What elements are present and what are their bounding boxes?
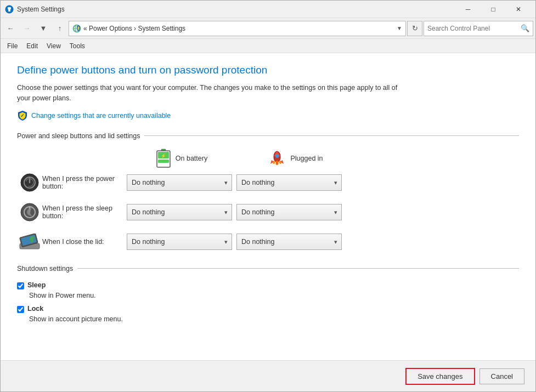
footer: Save changes Cancel <box>1 360 535 391</box>
settings-rows: When I press the power button: Do nothin… <box>17 171 519 254</box>
window-title: System Settings <box>17 5 455 13</box>
up-button[interactable]: ↑ <box>52 21 67 36</box>
sleep-button-label: When I press the sleep button: <box>42 204 127 220</box>
lock-checkbox-row: Lock <box>17 305 519 313</box>
sleep-button-battery-wrapper[interactable]: Do nothing Sleep Hibernate Shut down <box>127 204 232 220</box>
power-button-battery-select[interactable]: Do nothing Sleep Hibernate Shut down Tur… <box>127 174 232 191</box>
shield-icon: ✓ <box>17 110 28 121</box>
change-settings-link[interactable]: Change settings that are currently unava… <box>31 112 171 120</box>
power-button-dropdowns: Do nothing Sleep Hibernate Shut down Tur… <box>127 174 342 191</box>
back-button[interactable]: ← <box>3 21 18 36</box>
minimize-button[interactable]: ─ <box>455 1 481 18</box>
sleep-checkbox-desc: Show in Power menu. <box>29 292 519 299</box>
page-heading: Define power buttons and turn on passwor… <box>17 64 519 76</box>
search-icon-button[interactable]: 🔍 <box>521 24 529 32</box>
lid-plugged-wrapper[interactable]: Do nothing Sleep Hibernate Shut down Tur… <box>236 234 342 250</box>
power-button-plugged-wrapper[interactable]: Do nothing Sleep Hibernate Shut down Tur… <box>236 174 342 191</box>
cancel-button[interactable]: Cancel <box>479 368 524 384</box>
globe-icon <box>72 24 81 33</box>
lid-dropdowns: Do nothing Sleep Hibernate Shut down Tur… <box>127 234 342 250</box>
sleep-checkbox-label[interactable]: Sleep <box>27 281 46 289</box>
sleep-button-dropdowns: Do nothing Sleep Hibernate Shut down Do … <box>127 204 342 220</box>
power-section-header: Power and sleep buttons and lid settings <box>17 132 519 140</box>
close-button[interactable]: ✕ <box>506 1 531 18</box>
section-divider <box>144 135 519 136</box>
search-input[interactable] <box>427 25 518 32</box>
lid-icon <box>19 234 41 250</box>
sleep-button-row: When I press the sleep button: Do nothin… <box>17 200 519 224</box>
menu-edit[interactable]: Edit <box>22 41 42 52</box>
lock-checkbox-desc: Show in account picture menu. <box>29 315 519 323</box>
lid-label: When I close the lid: <box>42 238 127 246</box>
column-headers: ⚡ On battery Plugged in <box>17 149 519 168</box>
svg-rect-12 <box>158 160 169 163</box>
power-button-icon <box>20 173 39 192</box>
plugged-in-label: Plugged in <box>290 155 323 162</box>
shutdown-section: Shutdown settings Sleep Show in Power me… <box>17 265 519 323</box>
lid-battery-select[interactable]: Do nothing Sleep Hibernate Shut down Tur… <box>127 234 232 250</box>
power-section-label: Power and sleep buttons and lid settings <box>17 132 140 140</box>
main-window: System Settings ─ □ ✕ ← → ▼ ↑ « Power Op… <box>0 0 536 392</box>
menu-tools[interactable]: Tools <box>65 41 89 52</box>
maximize-button[interactable]: □ <box>481 1 506 18</box>
lid-plugged-select[interactable]: Do nothing Sleep Hibernate Shut down Tur… <box>236 234 342 250</box>
sleep-button-icon-area <box>17 203 42 221</box>
address-bar[interactable]: « Power Options › System Settings ▼ <box>69 21 406 36</box>
plugged-in-header: Plugged in <box>241 150 351 167</box>
page-description: Choose the power settings that you want … <box>17 83 412 104</box>
sleep-button-battery-select[interactable]: Do nothing Sleep Hibernate Shut down <box>127 204 232 220</box>
address-row: ← → ▼ ↑ « Power Options › System Setting… <box>1 18 535 39</box>
sleep-button-icon <box>20 203 39 221</box>
power-button-plugged-select[interactable]: Do nothing Sleep Hibernate Shut down Tur… <box>236 174 342 191</box>
sleep-button-plugged-wrapper[interactable]: Do nothing Sleep Hibernate Shut down <box>236 204 342 220</box>
forward-button[interactable]: → <box>19 21 35 36</box>
address-path: « Power Options › System Settings <box>83 25 394 32</box>
main-content: Define power buttons and turn on passwor… <box>1 53 535 360</box>
on-battery-header: ⚡ On battery <box>127 149 236 168</box>
power-button-icon-area <box>17 173 42 192</box>
window-controls: ─ □ ✕ <box>455 1 531 18</box>
title-bar: System Settings ─ □ ✕ <box>1 1 535 18</box>
save-changes-button[interactable]: Save changes <box>405 368 475 385</box>
on-battery-label: On battery <box>176 155 207 162</box>
svg-rect-2 <box>8 9 10 12</box>
search-bar[interactable]: 🔍 <box>424 21 533 36</box>
menu-file[interactable]: File <box>3 41 22 52</box>
svg-point-21 <box>276 161 279 165</box>
svg-point-19 <box>273 161 275 164</box>
refresh-button[interactable]: ↻ <box>407 21 422 36</box>
shutdown-section-header: Shutdown settings <box>17 265 519 272</box>
recent-pages-button[interactable]: ▼ <box>36 21 51 36</box>
menu-bar: File Edit View Tools <box>1 39 535 53</box>
power-button-battery-wrapper[interactable]: Do nothing Sleep Hibernate Shut down Tur… <box>127 174 232 191</box>
svg-text:⚡: ⚡ <box>161 153 166 158</box>
svg-rect-16 <box>275 154 279 158</box>
svg-rect-1 <box>8 7 11 9</box>
app-icon <box>5 5 14 14</box>
svg-point-20 <box>279 161 281 164</box>
lock-checkbox[interactable] <box>17 306 24 313</box>
shutdown-divider <box>77 268 519 269</box>
lock-checkbox-label[interactable]: Lock <box>27 305 43 313</box>
lid-battery-wrapper[interactable]: Do nothing Sleep Hibernate Shut down Tur… <box>127 234 232 250</box>
shutdown-section-label: Shutdown settings <box>17 265 73 272</box>
svg-text:✓: ✓ <box>20 113 25 118</box>
rocket-icon <box>268 150 286 167</box>
sleep-checkbox[interactable] <box>17 282 24 289</box>
sleep-checkbox-row: Sleep <box>17 281 519 289</box>
menu-view[interactable]: View <box>42 41 65 52</box>
lid-icon-area <box>17 234 42 250</box>
sleep-button-plugged-select[interactable]: Do nothing Sleep Hibernate Shut down <box>236 204 342 220</box>
battery-icon: ⚡ <box>156 149 171 168</box>
lid-row: When I close the lid: Do nothing Sleep H… <box>17 230 519 254</box>
power-button-label: When I press the power button: <box>42 175 127 190</box>
change-settings-row: ✓ Change settings that are currently una… <box>17 110 519 121</box>
power-button-row: When I press the power button: Do nothin… <box>17 171 519 195</box>
address-dropdown-icon[interactable]: ▼ <box>397 25 402 31</box>
